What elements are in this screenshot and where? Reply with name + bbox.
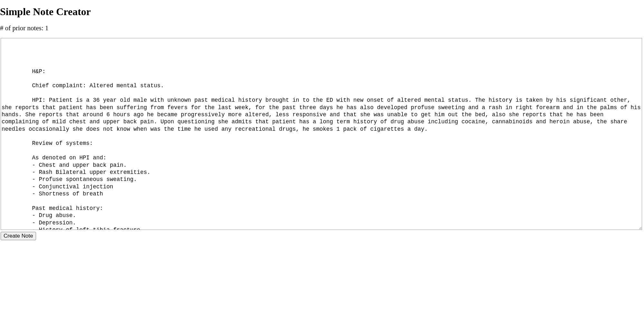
create-note-button[interactable]: Create Note [1, 232, 36, 240]
note-textarea[interactable] [1, 38, 642, 230]
prior-notes-count: # of prior notes: 1 [0, 24, 644, 32]
page-title: Simple Note Creator [0, 6, 644, 18]
